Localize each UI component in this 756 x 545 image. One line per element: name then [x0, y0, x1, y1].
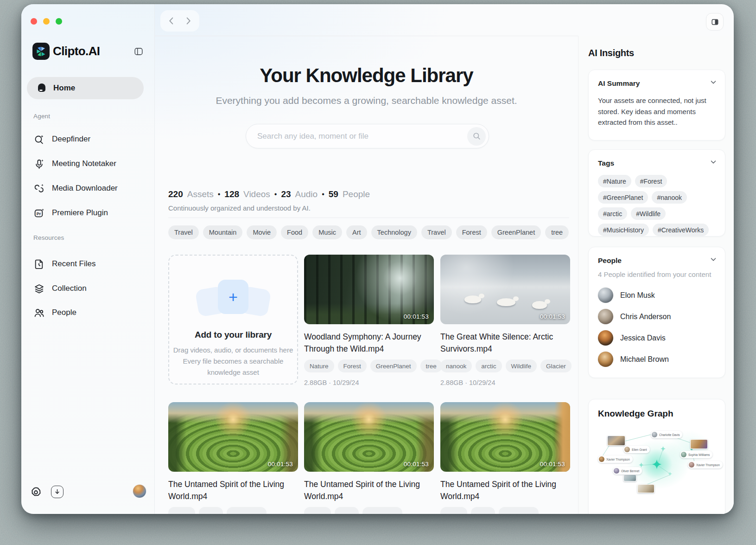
- graph-person-node[interactable]: Xavier Thompson: [598, 455, 633, 463]
- hashtag-chip[interactable]: #Nature: [598, 175, 631, 187]
- tag-chip-partial[interactable]: [199, 507, 223, 514]
- hashtag-chip[interactable]: #MusicHistory: [598, 224, 649, 236]
- filter-chip[interactable]: Music: [312, 225, 342, 239]
- person-name: Michael Brown: [620, 355, 669, 364]
- back-button[interactable]: [165, 15, 178, 27]
- video-title[interactable]: The Untamed Spirit of the Living World.m…: [168, 478, 292, 502]
- knowledge-graph-visualization[interactable]: Charlotte Davis Ellen Grant Xavier Thomp…: [589, 420, 725, 514]
- stat-value: 220: [168, 189, 183, 199]
- graph-photo-node[interactable]: [637, 484, 654, 493]
- hashtag-chip[interactable]: #Forest: [635, 175, 667, 187]
- person-name: Chris Anderson: [620, 313, 671, 321]
- graph-photo-node[interactable]: [607, 436, 625, 446]
- filter-chip[interactable]: Travel: [168, 225, 199, 239]
- tag-chip-partial[interactable]: [168, 507, 195, 514]
- person-row[interactable]: Chris Anderson: [598, 309, 716, 324]
- search-input[interactable]: [257, 124, 452, 148]
- video-title[interactable]: The Great White Silence: Arctic Survivor…: [440, 331, 565, 355]
- person-avatar: [598, 309, 613, 324]
- sidebar-item-collection[interactable]: Collection: [28, 280, 147, 297]
- hashtag-chip[interactable]: #CreativeWorks: [653, 224, 709, 236]
- graph-person-node[interactable]: Xavier Thompson: [688, 461, 723, 468]
- graph-person-node[interactable]: Oliver Bennet: [613, 467, 642, 474]
- filter-chip[interactable]: GreenPlanet: [491, 225, 541, 239]
- graph-photo-node[interactable]: [623, 474, 636, 481]
- minimize-window-button[interactable]: [43, 18, 50, 25]
- sidebar-item-label: Deepfinder: [52, 135, 90, 144]
- sidebar: Clipto.AI Home Agent: [21, 4, 155, 514]
- stat-value: 23: [281, 189, 291, 199]
- filter-chip[interactable]: Art: [346, 225, 367, 239]
- downloads-button[interactable]: [51, 486, 64, 498]
- video-thumbnail[interactable]: 00:01:53: [440, 402, 570, 472]
- hashtag-chip[interactable]: #nanook: [652, 191, 687, 204]
- close-window-button[interactable]: [31, 18, 37, 25]
- user-avatar[interactable]: [133, 485, 146, 498]
- person-name: Xavier Thompson: [606, 458, 630, 461]
- sidebar-item-people[interactable]: People: [28, 304, 147, 321]
- video-thumbnail[interactable]: 00:01:53: [304, 402, 434, 472]
- forward-button[interactable]: [182, 15, 194, 27]
- video-title[interactable]: The Untamed Spirit of the Living World.m…: [304, 478, 428, 502]
- chevron-down-icon[interactable]: [709, 78, 718, 86]
- app-title: Clipto.AI: [53, 44, 100, 58]
- stat-label: Videos: [243, 189, 270, 199]
- video-thumbnail[interactable]: 00:01:53: [304, 255, 434, 324]
- video-thumbnail[interactable]: 00:01:53: [440, 255, 570, 324]
- hashtag-chip[interactable]: #Wildlife: [631, 207, 666, 220]
- maximize-window-button[interactable]: [56, 18, 62, 25]
- page-subtitle: Everything you add becomes a growing, se…: [155, 95, 578, 106]
- sidebar-item-deepfinder[interactable]: Deepfinder: [28, 130, 147, 148]
- tag-chip-partial[interactable]: [335, 507, 359, 514]
- sidebar-collapse-icon[interactable]: [133, 45, 145, 58]
- video-thumbnail[interactable]: 00:01:53: [168, 402, 298, 472]
- person-row[interactable]: Jessica Davis: [598, 330, 716, 346]
- chevron-down-icon[interactable]: [709, 158, 718, 166]
- sidebar-section-agent: Agent: [33, 113, 50, 120]
- filter-chip[interactable]: tree: [545, 225, 569, 239]
- video-title[interactable]: Woodland Symphony: A Journey Through the…: [304, 331, 428, 355]
- search-submit-button[interactable]: [467, 127, 486, 146]
- tag-chip-partial[interactable]: [440, 507, 467, 514]
- tag-chip-partial[interactable]: [362, 507, 402, 514]
- tag-chip[interactable]: arctic: [476, 359, 502, 372]
- filter-chip[interactable]: Technology: [371, 225, 417, 239]
- person-row[interactable]: Elon Musk: [598, 288, 716, 303]
- tag-chip[interactable]: Forest: [338, 359, 367, 372]
- graph-photo-node[interactable]: [690, 439, 708, 449]
- tag-chip[interactable]: tree: [420, 359, 442, 372]
- sidebar-item-home[interactable]: Home: [27, 77, 144, 99]
- tag-chip[interactable]: nanook: [440, 359, 472, 372]
- filter-chip[interactable]: Food: [281, 225, 308, 239]
- sidebar-item-label: Collection: [52, 284, 87, 293]
- graph-person-node[interactable]: Sophia Williams: [680, 451, 712, 458]
- graph-person-node[interactable]: Charlotte Davis: [651, 431, 682, 438]
- filter-chip[interactable]: Movie: [247, 225, 277, 239]
- tag-chip[interactable]: Glacier: [540, 359, 572, 372]
- filter-chip[interactable]: Forest: [456, 225, 487, 239]
- tag-chip[interactable]: Wildlife: [506, 359, 537, 372]
- filter-chip[interactable]: Travel: [421, 225, 452, 239]
- video-title[interactable]: The Untamed Spirit of the Living World.m…: [440, 478, 565, 502]
- hashtag-chip[interactable]: #GreenPlanet: [598, 191, 648, 204]
- right-panel-toggle-button[interactable]: [706, 13, 724, 31]
- sidebar-item-premiere-plugin[interactable]: Pr Premiere Plugin: [28, 204, 147, 222]
- tag-chip[interactable]: GreenPlanet: [370, 359, 417, 372]
- tag-chip-partial[interactable]: [499, 507, 539, 514]
- tag-chip-partial[interactable]: [304, 507, 331, 514]
- sidebar-item-media-downloader[interactable]: Media Downloader: [28, 180, 147, 197]
- hashtag-chip[interactable]: #arctic: [598, 207, 627, 220]
- person-row[interactable]: Michael Brown: [598, 352, 716, 367]
- filter-chip[interactable]: Mountain: [203, 225, 243, 239]
- tag-chip-partial[interactable]: [227, 507, 267, 514]
- graph-person-node[interactable]: Ellen Grant: [623, 446, 650, 453]
- tag-chip-partial[interactable]: [471, 507, 495, 514]
- tag-chip[interactable]: Nature: [304, 359, 334, 372]
- asset-card: 00:01:53 The Untamed Spirit of the Livin…: [440, 402, 570, 514]
- sidebar-item-recent-files[interactable]: Recent Files: [28, 255, 147, 273]
- sidebar-panel-icon: [711, 18, 719, 26]
- chevron-down-icon[interactable]: [709, 255, 718, 263]
- sidebar-item-meeting-notetaker[interactable]: Meeting Notetaker: [28, 155, 147, 173]
- add-to-library-dropzone[interactable]: + Add to your library Drag videos, audio…: [168, 255, 298, 385]
- settings-button[interactable]: [29, 486, 42, 499]
